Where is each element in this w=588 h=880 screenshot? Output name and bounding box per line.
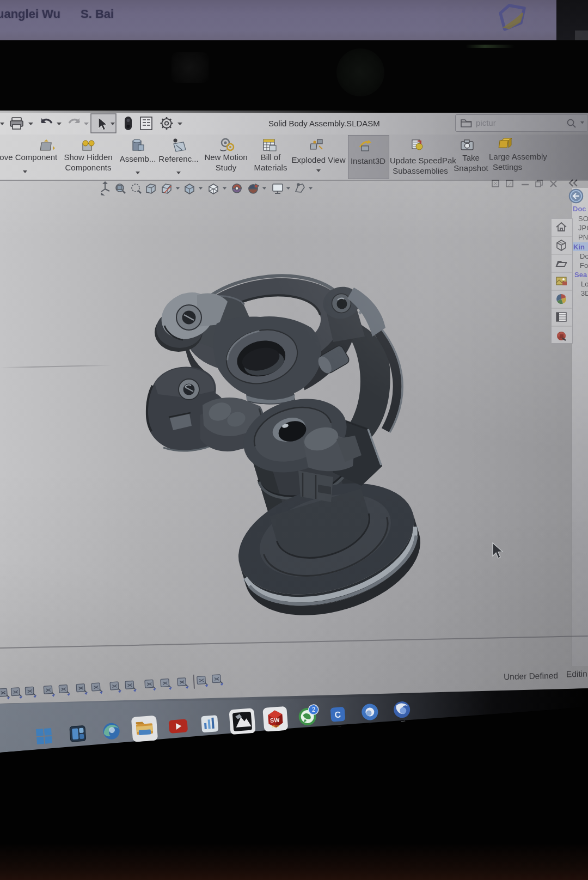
svg-text:2023: 2023 [272,724,279,728]
svg-text:C: C [334,710,341,719]
svg-text:2: 2 [311,706,316,713]
svg-text:pictur: pictur [476,118,496,127]
svg-text:SW: SW [270,717,280,724]
